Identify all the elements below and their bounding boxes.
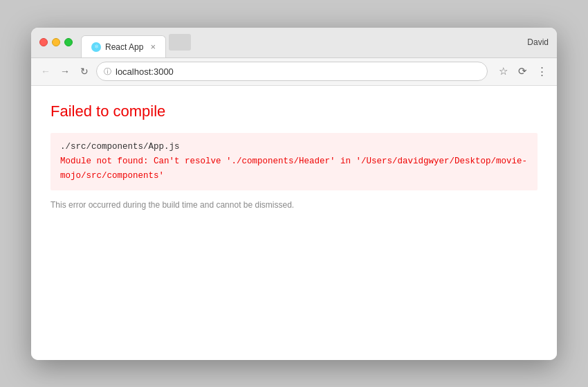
traffic-lights: [39, 38, 73, 46]
new-tab-button[interactable]: [169, 34, 191, 51]
maximize-button[interactable]: [64, 38, 73, 46]
address-actions: ☆ ⟳ ⋮: [495, 63, 550, 80]
refresh-button[interactable]: ↻: [77, 64, 92, 79]
minimize-button[interactable]: [52, 38, 60, 46]
user-label: David: [527, 37, 549, 47]
menu-icon[interactable]: ⋮: [533, 63, 550, 80]
error-message: Module not found: Can't resolve './compo…: [60, 154, 528, 184]
title-bar: ⚛ React App × David: [31, 28, 557, 58]
tab-favicon: ⚛: [91, 42, 101, 52]
tab-title: React App: [105, 42, 143, 52]
browser-tab[interactable]: ⚛ React App ×: [81, 35, 166, 57]
page-content: Failed to compile ./src/components/App.j…: [31, 86, 557, 360]
back-button[interactable]: ←: [38, 64, 53, 79]
tab-area: ⚛ React App ×: [81, 28, 527, 58]
url-bar[interactable]: ⓘ localhost:3000: [96, 62, 488, 81]
error-block: ./src/components/App.js Module not found…: [50, 133, 538, 191]
close-button[interactable]: [39, 38, 48, 46]
bookmark-icon[interactable]: ☆: [495, 63, 511, 80]
error-title: Failed to compile: [50, 102, 538, 120]
browser-window: ⚛ React App × David ← → ↻ ⓘ localhost:30…: [31, 28, 557, 360]
extensions-icon[interactable]: ⟳: [514, 63, 531, 80]
forward-button[interactable]: →: [57, 64, 73, 79]
lock-icon: ⓘ: [104, 66, 111, 77]
tab-close-icon[interactable]: ×: [150, 42, 156, 51]
error-file: ./src/components/App.js: [60, 140, 528, 154]
error-note: This error occurred during the build tim…: [50, 200, 538, 210]
url-text: localhost:3000: [116, 66, 174, 77]
address-bar: ← → ↻ ⓘ localhost:3000 ☆ ⟳ ⋮: [31, 58, 557, 86]
